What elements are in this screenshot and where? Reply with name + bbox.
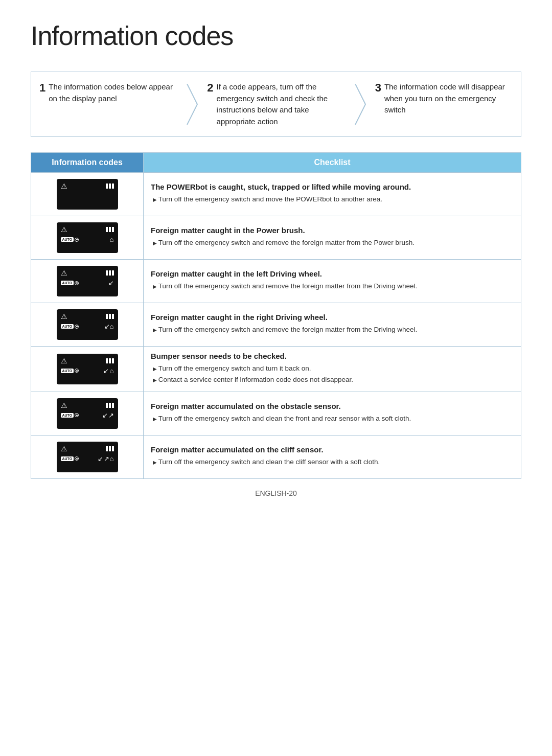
table-row: ⚠ AUTO ⌂ [31, 216, 521, 260]
checklist-item-2-0: Turn off the emergency switch and remove… [153, 238, 514, 248]
sensor-1-icon: ↙ [98, 455, 103, 463]
panel-display-7: ⚠ AUTO ↙ ↗ [57, 442, 118, 472]
code-cell-7: ⚠ AUTO ↙ ↗ [31, 435, 144, 478]
footer-text: ENGLISH-20 [255, 489, 297, 497]
checklist-cell-7: Foreign matter accumulated on the cliff … [144, 435, 521, 478]
auto-label: AUTO [61, 281, 74, 285]
checklist-title-1: The POWERbot is caught, stuck, trapped o… [151, 182, 514, 191]
step-3: 3 The information code will disappear wh… [367, 72, 521, 136]
warning-icon: ⚠ [61, 225, 67, 234]
checklist-title-4: Foreign matter caught in the right Drivi… [151, 313, 514, 322]
sensor-right-icon: ↗ [108, 411, 114, 419]
step-2: 2 If a code appears, turn off the emerge… [199, 72, 353, 136]
code-cell-4: ⚠ AUTO ↙⌂ [31, 303, 144, 347]
code-cell-6: ⚠ AUTO ↙ ↗ [31, 392, 144, 435]
step-1: 1 The information codes below appear on … [31, 72, 186, 136]
panel-display-4: ⚠ AUTO ↙⌂ [57, 309, 118, 340]
code-cell-2: ⚠ AUTO ⌂ [31, 216, 144, 260]
auto-label: AUTO [61, 324, 74, 329]
dot-icon [75, 413, 79, 417]
table-row: ⚠ AUTO ↙ [31, 260, 521, 303]
battery-icon [106, 227, 114, 232]
col-header-codes: Information codes [31, 153, 144, 173]
checklist-cell-6: Foreign matter accumulated on the obstac… [144, 392, 521, 435]
checklist-title-7: Foreign matter accumulated on the cliff … [151, 445, 514, 454]
checklist-cell-4: Foreign matter caught in the right Drivi… [144, 303, 521, 347]
checklist-item-5-0: Turn off the emergency switch and turn i… [153, 363, 514, 374]
wheel-both-icon: ↙⌂ [104, 323, 114, 330]
battery-icon [106, 184, 114, 189]
page-footer: ENGLISH-20 [31, 489, 521, 497]
checklist-item-1-0: Turn off the emergency switch and move t… [153, 194, 514, 204]
battery-icon [106, 270, 114, 276]
code-cell-3: ⚠ AUTO ↙ [31, 260, 144, 303]
step-text-3: The information code will disappear when… [384, 81, 513, 116]
home-icon: ⌂ [110, 236, 114, 243]
col-header-checklist: Checklist [144, 153, 521, 173]
dot-icon [75, 369, 79, 373]
step-text-2: If a code appears, turn off the emergenc… [217, 81, 345, 127]
arrow-icon-1 [185, 84, 199, 125]
panel-display-1: ⚠ [57, 179, 118, 210]
arrow-icon-2 [353, 84, 367, 125]
warning-icon: ⚠ [61, 357, 67, 365]
panel-display-5: ⚠ AUTO ↙ ⌂ [57, 354, 118, 384]
panel-display-3: ⚠ AUTO ↙ [57, 266, 118, 296]
dot-icon [75, 456, 79, 461]
dot-icon [75, 281, 79, 285]
step-number-2: 2 [207, 81, 213, 95]
steps-container: 1 The information codes below appear on … [31, 72, 521, 137]
page-title: Information codes [31, 20, 521, 51]
checklist-title-6: Foreign matter accumulated on the obstac… [151, 402, 514, 410]
checklist-item-7-0: Turn off the emergency switch and clean … [153, 457, 514, 467]
battery-icon [106, 403, 114, 408]
sensor-left-icon: ↙ [102, 411, 108, 419]
warning-icon: ⚠ [61, 182, 67, 190]
battery-icon [106, 446, 114, 451]
auto-label: AUTO [61, 413, 74, 418]
dot-icon [75, 238, 79, 242]
wheel-left-icon: ↙ [108, 279, 114, 287]
checklist-cell-5: Bumper sensor needs to be checked. Turn … [144, 347, 521, 392]
checklist-title-2: Foreign matter caught in the Power brush… [151, 226, 514, 235]
table-row: ⚠ AUTO ↙ ⌂ [31, 347, 521, 392]
warning-icon: ⚠ [61, 312, 67, 320]
checklist-title-3: Foreign matter caught in the left Drivin… [151, 269, 514, 278]
table-row: ⚠ The POWERbot is caught, stuck, trapped… [31, 173, 521, 216]
checklist-cell-1: The POWERbot is caught, stuck, trapped o… [144, 173, 521, 216]
warning-icon: ⚠ [61, 401, 67, 409]
table-row: ⚠ AUTO ↙ ↗ [31, 435, 521, 478]
home-icon: ⌂ [110, 455, 114, 463]
checklist-item-3-0: Turn off the emergency switch and remove… [153, 281, 514, 291]
battery-icon [106, 314, 114, 319]
dot-icon [75, 325, 79, 329]
home-icon: ⌂ [110, 367, 114, 375]
table-row: ⚠ AUTO ↙⌂ [31, 303, 521, 347]
code-cell-5: ⚠ AUTO ↙ ⌂ [31, 347, 144, 392]
step-number-3: 3 [375, 81, 381, 95]
checklist-item-5-1: Contact a service center if information … [153, 375, 514, 385]
wheel-icon: ↙ [103, 367, 109, 375]
checklist-cell-2: Foreign matter caught in the Power brush… [144, 216, 521, 260]
checklist-item-6-0: Turn off the emergency switch and clean … [153, 414, 514, 424]
info-table: Information codes Checklist ⚠ [31, 152, 521, 479]
auto-label: AUTO [61, 456, 74, 461]
checklist-title-5: Bumper sensor needs to be checked. [151, 352, 514, 360]
panel-display-6: ⚠ AUTO ↙ ↗ [57, 398, 118, 429]
table-row: ⚠ AUTO ↙ ↗ [31, 392, 521, 435]
code-cell-1: ⚠ [31, 173, 144, 216]
panel-display-2: ⚠ AUTO ⌂ [57, 222, 118, 253]
step-number-1: 1 [39, 81, 45, 95]
sensor-2-icon: ↗ [104, 455, 109, 463]
checklist-cell-3: Foreign matter caught in the left Drivin… [144, 260, 521, 303]
checklist-item-4-0: Turn off the emergency switch and remove… [153, 325, 514, 335]
warning-icon: ⚠ [61, 445, 67, 453]
auto-label: AUTO [61, 369, 74, 373]
warning-icon: ⚠ [61, 269, 67, 277]
battery-icon [106, 358, 114, 363]
auto-label: AUTO [61, 237, 74, 242]
step-text-1: The information codes below appear on th… [49, 81, 177, 104]
